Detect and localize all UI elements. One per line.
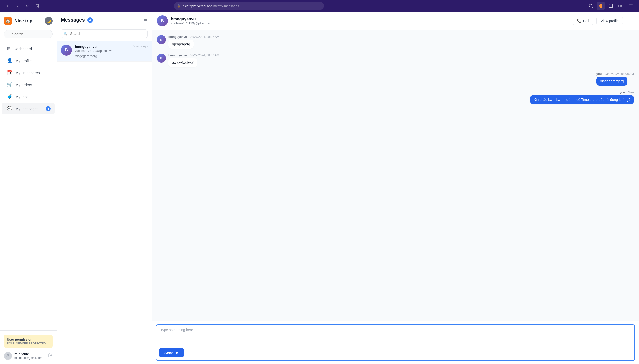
messages-panel-header: Messages 4 [57, 12, 152, 26]
messages-search-input[interactable] [61, 30, 148, 38]
profile-icon: 👤 [7, 58, 12, 64]
sidebar-footer: User permission ROLE: MEMBER PROTECTED m… [0, 330, 57, 364]
sidebar-item-label: My profile [16, 59, 32, 63]
chat-area: B bmnguyenvu vudhnse173139@fpt.edu.vn 📞 … [152, 12, 639, 364]
conversation-item[interactable]: B bmnguyenvu 5 mins ago vudhnse173139@fp… [57, 41, 152, 62]
sidebar-item-label: Dashboard [14, 47, 32, 51]
message-content: bmnguyenvu 03/27/2024, 08:07 AM èwfewfwe… [168, 54, 219, 68]
message-timestamp: 03/27/2024, 08:07 AM [190, 54, 219, 57]
chat-header-name: bmnguyenvu [171, 17, 570, 22]
view-profile-button[interactable]: View profile [596, 17, 623, 25]
url-display: nicetripvn.vercel.app/me/my-messages [183, 4, 239, 8]
messages-icon: 💬 [7, 106, 12, 112]
address-bar[interactable]: 🔒 nicetripvn.vercel.app/me/my-messages [174, 2, 324, 10]
message-group: B bmnguyenvu 03/27/2024, 08:07 AM èwfewf… [157, 54, 634, 68]
message-sender: you [620, 91, 625, 94]
more-options-button[interactable]: ⋮ [626, 17, 634, 25]
permission-title: User permission [7, 338, 50, 342]
messages-filter-button[interactable] [143, 17, 148, 23]
chat-header-actions: 📞 Call View profile ⋮ [573, 17, 634, 25]
timeshares-icon: 📅 [7, 70, 12, 76]
forward-button[interactable]: › [14, 2, 21, 10]
message-bubble: rgergergerg [168, 40, 194, 49]
chat-header-avatar: B [157, 16, 168, 26]
sidebar-search-input[interactable] [4, 30, 53, 38]
conversation-preview: rdsgegerergerg [75, 54, 148, 58]
sidebar-search-container: 🔍 [0, 28, 57, 40]
sidebar-header: 🏠 Nice trip 🌙 [0, 12, 57, 28]
sidebar-item-dashboard[interactable]: ⊞ Dashboard [2, 43, 55, 54]
browser-action-buttons [587, 2, 635, 10]
bookmark-button[interactable] [34, 2, 41, 10]
message-timestamp: Now [628, 91, 634, 94]
chat-header-email: vudhnse173139@fpt.edu.vn [171, 22, 570, 25]
permission-role: ROLE: MEMBER PROTECTED [7, 342, 50, 345]
logo-icon: 🏠 [4, 17, 12, 25]
dark-mode-button[interactable]: 🌙 [45, 17, 53, 25]
send-button[interactable]: Send ▶ [160, 348, 184, 358]
messages-search-icon: 🔍 [64, 32, 68, 36]
glasses-button[interactable] [617, 2, 625, 10]
message-meta: bmnguyenvu 03/27/2024, 08:07 AM [168, 54, 219, 57]
dashboard-icon: ⊞ [7, 46, 11, 52]
messages-panel: Messages 4 🔍 B bmnguyenvu 5 min [57, 12, 152, 364]
message-bubble: èwfewfwefwef [168, 58, 197, 67]
user-email: minhduc@gmail.com [14, 356, 46, 360]
messages-title-group: Messages 4 [61, 17, 93, 23]
message-bubble-own: rdsgegerergerg [596, 77, 628, 86]
sidebar-item-my-orders[interactable]: 🛒 My orders [2, 79, 55, 90]
messages-count-badge: 4 [88, 18, 93, 23]
message-bubble-own: Xin chào bạn, bạn muốn thuê Timeshare củ… [530, 95, 634, 104]
messages-heading: Messages [61, 17, 85, 23]
message-content: you Now Xin chào bạn, bạn muốn thuê Time… [530, 91, 634, 105]
browser-chrome: ‹ › ↻ 🔒 nicetripvn.vercel.app/me/my-mess… [0, 0, 639, 12]
sidebar: 🏠 Nice trip 🌙 🔍 ⊞ Dashboard 👤 My profile… [0, 12, 57, 364]
search-wrapper: 🔍 [4, 30, 53, 38]
chat-header: B bmnguyenvu vudhnse173139@fpt.edu.vn 📞 … [152, 12, 639, 30]
logout-button[interactable] [48, 353, 53, 359]
conversation-avatar: B [61, 45, 72, 56]
brave-shield-button[interactable] [597, 2, 605, 10]
sidebar-item-my-profile[interactable]: 👤 My profile [2, 55, 55, 66]
user-permission-box: User permission ROLE: MEMBER PROTECTED [4, 335, 53, 348]
messages-body: B bmnguyenvu 03/27/2024, 08:07 AM rgerge… [152, 30, 639, 321]
message-avatar: B [157, 35, 166, 44]
conversation-list: B bmnguyenvu 5 mins ago vudhnse173139@fp… [57, 41, 152, 364]
conversation-name: bmnguyenvu [75, 45, 97, 49]
sidebar-item-label: My orders [16, 83, 32, 87]
sidebar-item-my-trips[interactable]: 🧳 My trips [2, 91, 55, 102]
conversation-email: vudhnse173139@fpt.edu.vn [75, 49, 148, 53]
message-timestamp: 03/27/2024, 08:07 AM [190, 35, 219, 39]
message-group-own: you 03/27/2024, 08:08 AM rdsgegerergerg [157, 72, 634, 87]
avatar-placeholder: B [61, 45, 72, 56]
message-avatar: B [157, 54, 166, 63]
back-button[interactable]: ‹ [4, 2, 11, 10]
message-group-own: you Now Xin chào bạn, bạn muốn thuê Time… [157, 91, 634, 105]
sidebar-item-label: My messages [16, 107, 39, 111]
sidebar-navigation: ⊞ Dashboard 👤 My profile 📅 My timeshares… [0, 40, 57, 330]
refresh-button[interactable]: ↻ [24, 2, 31, 10]
sidebar-item-my-messages[interactable]: 💬 My messages 4 [2, 103, 55, 114]
user-avatar [4, 352, 12, 360]
message-content: bmnguyenvu 03/27/2024, 08:07 AM rgergerg… [168, 35, 219, 50]
message-meta: you 03/27/2024, 08:08 AM [596, 72, 634, 76]
messages-search-container: 🔍 [57, 26, 152, 41]
sidebar-item-label: My trips [16, 95, 29, 99]
chat-input[interactable] [156, 325, 634, 345]
chat-header-info: bmnguyenvu vudhnse173139@fpt.edu.vn [171, 17, 570, 25]
conversation-content: bmnguyenvu 5 mins ago vudhnse173139@fpt.… [75, 45, 148, 58]
layout-button[interactable] [607, 2, 615, 10]
messages-search-wrapper: 🔍 [61, 30, 148, 38]
current-user-info: minhduc minhduc@gmail.com [4, 352, 53, 360]
menu-button[interactable] [627, 2, 635, 10]
orders-icon: 🛒 [7, 82, 12, 88]
message-sender: bmnguyenvu [168, 54, 187, 57]
chat-input-area: Send ▶ [152, 321, 639, 364]
call-button[interactable]: 📞 Call [573, 17, 594, 25]
message-meta: bmnguyenvu 03/27/2024, 08:07 AM [168, 35, 219, 39]
svg-point-0 [589, 4, 592, 7]
message-meta: you Now [530, 91, 634, 94]
sidebar-item-my-timeshares[interactable]: 📅 My timeshares [2, 67, 55, 78]
message-group: B bmnguyenvu 03/27/2024, 08:07 AM rgerge… [157, 35, 634, 50]
search-browser-button[interactable] [587, 2, 595, 10]
